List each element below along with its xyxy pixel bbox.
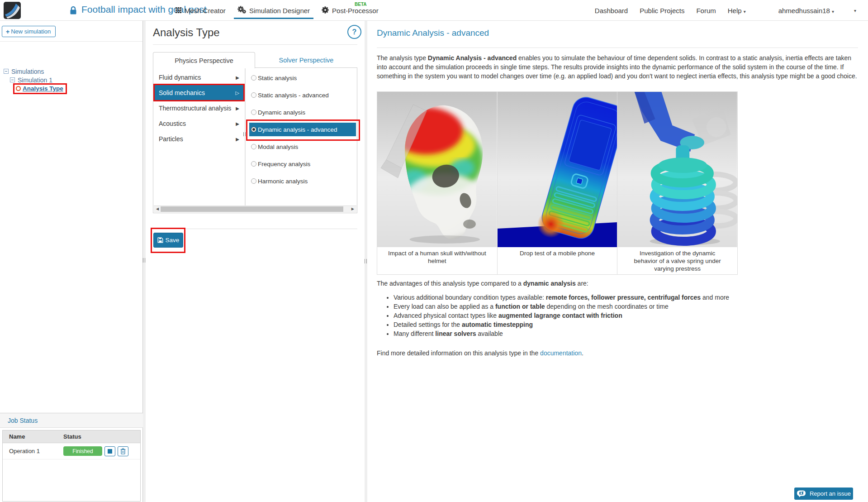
radio-icon[interactable] bbox=[251, 75, 256, 81]
example-card-phone: Drop test of a mobile phone bbox=[498, 92, 618, 274]
link-forum[interactable]: Forum bbox=[696, 7, 716, 14]
scroll-right-icon[interactable]: ▶ bbox=[351, 207, 354, 211]
simulation-tree-sidebar: + New simulation Simulations Simulation … bbox=[0, 21, 143, 502]
scroll-left-icon[interactable]: ◀ bbox=[156, 207, 159, 211]
plus-icon: + bbox=[6, 28, 9, 35]
floppy-icon bbox=[157, 237, 163, 243]
radio-modal-analysis[interactable]: Modal analysis bbox=[249, 140, 356, 153]
list-item: Many different linear solvers available bbox=[394, 329, 852, 338]
new-simulation-button[interactable]: + New simulation bbox=[2, 26, 56, 37]
tab-mesh-creator[interactable]: Mesh Creator bbox=[175, 0, 226, 21]
menu-user[interactable]: ahmedhussain18▾ bbox=[778, 7, 834, 14]
resize-handle-icon[interactable] bbox=[243, 132, 246, 136]
physics-item-solid-mechanics[interactable]: Solid mechanics▷ bbox=[153, 85, 245, 100]
page-title: Analysis Type bbox=[153, 26, 220, 39]
grid-icon bbox=[175, 7, 181, 14]
collapse-icon[interactable] bbox=[10, 77, 15, 82]
list-item: Detailed settings for the automatic time… bbox=[394, 320, 852, 329]
delete-job-button[interactable] bbox=[118, 446, 128, 456]
physics-item-particles[interactable]: Particles▶ bbox=[153, 131, 245, 147]
lock-icon bbox=[70, 6, 77, 17]
radio-dynamic-analysis[interactable]: Dynamic analysis bbox=[249, 105, 356, 119]
camera-bubble-icon bbox=[797, 490, 806, 497]
annotation-box-analysis-type: Analysis Type bbox=[13, 83, 67, 94]
physics-item-fluid-dynamics[interactable]: Fluid dynamics▶ bbox=[153, 70, 245, 85]
analysis-description-panel: Dynamic Analysis - advanced The analysis… bbox=[367, 21, 868, 502]
analysis-intro-text: The analysis type Dynamic Analysis - adv… bbox=[377, 53, 859, 81]
card-caption: Investigation of the dynamic behavior of… bbox=[617, 247, 737, 274]
column-name: Name bbox=[9, 433, 63, 440]
example-card-skull: Impact of a human skull with/without hel… bbox=[377, 92, 498, 274]
link-public-projects[interactable]: Public Projects bbox=[640, 7, 684, 14]
radio-icon[interactable] bbox=[251, 127, 256, 132]
tab-physics-perspective[interactable]: Physics Perspective bbox=[153, 52, 255, 68]
radio-icon[interactable] bbox=[251, 144, 256, 149]
tab-solver-perspective[interactable]: Solver Perspective bbox=[255, 52, 357, 68]
menu-help[interactable]: Help▾ bbox=[728, 7, 746, 14]
top-header: Football impact with goal post Mesh Crea… bbox=[0, 0, 868, 21]
radio-harmonic-analysis[interactable]: Harmonic analysis bbox=[249, 174, 356, 188]
status-badge: Finished bbox=[63, 446, 102, 456]
column-divider bbox=[245, 68, 246, 206]
list-item: Advanced physical contact types like aug… bbox=[394, 311, 852, 320]
radio-icon[interactable] bbox=[251, 178, 256, 184]
beta-badge: BETA bbox=[355, 2, 366, 7]
radio-frequency-analysis[interactable]: Frequency analysis bbox=[249, 157, 356, 171]
analysis-doc-title: Dynamic Analysis - advanced bbox=[377, 28, 489, 38]
link-dashboard[interactable]: Dashboard bbox=[595, 7, 628, 14]
physics-item-acoustics[interactable]: Acoustics▶ bbox=[153, 116, 245, 131]
submenu-arrow-icon: ▶ bbox=[236, 75, 239, 80]
radio-icon[interactable] bbox=[251, 92, 256, 98]
radio-static-analysis-advanced[interactable]: Static analysis - advanced bbox=[249, 88, 356, 102]
new-simulation-row: + New simulation bbox=[0, 21, 142, 42]
card-caption: Impact of a human skull with/without hel… bbox=[377, 247, 497, 269]
help-button[interactable]: ? bbox=[347, 25, 361, 39]
table-row: Operation 1 Finished bbox=[3, 443, 140, 459]
analysis-selector: Fluid dynamics▶ Solid mechanics▷ Thermos… bbox=[153, 67, 357, 213]
job-status-table: Name Status Operation 1 Finished bbox=[2, 430, 141, 502]
horizontal-scrollbar[interactable]: ◀ ▶ bbox=[154, 206, 356, 212]
divider bbox=[153, 44, 357, 45]
tree-item-simulations[interactable]: Simulations bbox=[4, 67, 44, 76]
simscale-logo-icon[interactable] bbox=[4, 2, 21, 21]
tab-post-processor[interactable]: Post-Processor bbox=[322, 0, 379, 21]
stop-icon bbox=[108, 449, 112, 454]
trash-icon bbox=[120, 448, 126, 454]
tab-post-processor-label: Post-Processor bbox=[332, 7, 379, 14]
submenu-arrow-icon: ▷ bbox=[236, 90, 239, 96]
menu-more-chevron-icon[interactable]: ▾ bbox=[854, 8, 856, 13]
radio-icon[interactable] bbox=[251, 161, 256, 167]
phone-drop-image bbox=[498, 92, 617, 247]
example-card-spring: Investigation of the dynamic behavior of… bbox=[617, 92, 737, 274]
resize-handle-icon[interactable] bbox=[143, 258, 145, 263]
save-button[interactable]: Save bbox=[153, 233, 183, 248]
header-links: Dashboard Public Projects Forum Help▾ ah… bbox=[583, 0, 868, 21]
tree-item-analysis-type[interactable]: Analysis Type bbox=[23, 85, 63, 92]
job-status-header: Job Status bbox=[0, 413, 143, 428]
list-item: Every load can also be applied as a func… bbox=[394, 302, 852, 311]
advantages-list: Various additional boundary condition ty… bbox=[377, 293, 852, 338]
gear-icon bbox=[322, 6, 329, 15]
divider bbox=[377, 48, 858, 48]
valve-spring-image bbox=[617, 92, 737, 247]
stop-job-button[interactable] bbox=[104, 446, 115, 456]
scrollbar-thumb[interactable] bbox=[161, 206, 343, 212]
physics-item-thermostructural[interactable]: Thermostructural analysis▶ bbox=[153, 100, 245, 116]
radio-dynamic-analysis-advanced[interactable]: Dynamic analysis - advanced bbox=[249, 123, 356, 136]
job-status-title: Job Status bbox=[8, 417, 38, 424]
radio-static-analysis[interactable]: Static analysis bbox=[249, 71, 356, 85]
radio-icon[interactable] bbox=[251, 110, 256, 115]
divider bbox=[153, 229, 357, 229]
perspective-tabs: Physics Perspective Solver Perspective bbox=[153, 52, 357, 68]
gears-icon bbox=[237, 6, 246, 15]
job-name: Operation 1 bbox=[9, 448, 63, 454]
workflow-nav: Mesh Creator bbox=[175, 0, 379, 21]
more-info-text: Find more detailed information on this a… bbox=[377, 349, 583, 357]
tab-simulation-designer[interactable]: Simulation Designer bbox=[237, 0, 310, 21]
documentation-link[interactable]: documentation bbox=[540, 349, 582, 357]
report-issue-button[interactable]: Report an issue bbox=[794, 488, 853, 500]
column-status: Status bbox=[63, 433, 81, 440]
resize-handle-icon[interactable] bbox=[365, 259, 367, 263]
job-status-table-header: Name Status bbox=[3, 430, 140, 443]
collapse-icon[interactable] bbox=[4, 69, 9, 74]
